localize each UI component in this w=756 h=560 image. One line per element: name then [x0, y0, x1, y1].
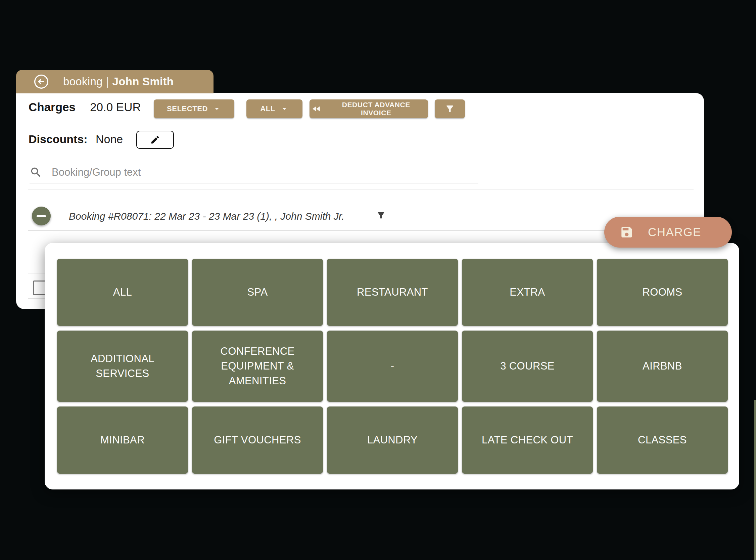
charges-title: Charges	[28, 100, 76, 114]
booking-tab[interactable]: booking|John Smith	[16, 70, 213, 93]
tab-section: booking	[63, 75, 103, 88]
category-gift-vouchers[interactable]: GIFT VOUCHERS	[192, 406, 323, 474]
category-restaurant[interactable]: RESTAURANT	[327, 259, 458, 326]
category-classes[interactable]: CLASSES	[597, 406, 728, 474]
search-underline	[29, 183, 478, 183]
search-input[interactable]	[51, 166, 260, 179]
divider	[28, 189, 694, 189]
screen: booking|John Smith Charges 20.0 EUR SELE…	[0, 0, 756, 560]
category-picker-panel: ALL SPA RESTAURANT EXTRA ROOMS ADDITIONA…	[45, 243, 739, 489]
filter-button[interactable]	[435, 99, 465, 118]
pencil-icon	[150, 135, 160, 145]
tab-guest-name: John Smith	[112, 75, 174, 88]
category-laundry[interactable]: LAUNDRY	[327, 406, 458, 474]
category-dash[interactable]: -	[327, 331, 458, 402]
charge-button-label: CHARGE	[648, 225, 701, 239]
category-additional-services[interactable]: ADDITIONAL SERVICES	[57, 331, 188, 402]
divider	[28, 230, 694, 231]
chevron-down-icon	[280, 104, 289, 113]
category-grid: ALL SPA RESTAURANT EXTRA ROOMS ADDITIONA…	[57, 259, 728, 474]
tab-separator: |	[103, 75, 112, 88]
fast-rewind-icon	[312, 104, 321, 114]
save-icon	[620, 225, 634, 239]
charges-amount: 20.0 EUR	[90, 100, 141, 114]
category-rooms[interactable]: ROOMS	[597, 259, 728, 326]
all-dropdown-label: ALL	[260, 104, 275, 113]
back-icon[interactable]	[34, 74, 49, 89]
booking-filter-icon[interactable]	[376, 211, 386, 220]
deduct-advance-invoice-button[interactable]: DEDUCT ADVANCE INVOICE	[310, 99, 428, 118]
discounts-value: None	[96, 133, 123, 146]
booking-search	[29, 166, 260, 179]
charge-button[interactable]: CHARGE	[604, 217, 732, 247]
selected-dropdown-label: SELECTED	[167, 104, 208, 113]
funnel-icon	[445, 104, 455, 114]
minus-icon	[37, 215, 46, 217]
chevron-down-icon	[212, 104, 221, 113]
tab-label: booking|John Smith	[63, 75, 173, 88]
search-icon	[29, 166, 42, 179]
category-3-course[interactable]: 3 COURSE	[462, 331, 593, 402]
collapse-booking-button[interactable]	[32, 206, 51, 225]
category-late-check-out[interactable]: LATE CHECK OUT	[462, 406, 593, 474]
category-all[interactable]: ALL	[57, 259, 188, 326]
category-conference-equipment-amenities[interactable]: CONFERENCE EQUIPMENT & AMENITIES	[192, 331, 323, 402]
booking-row-title: Booking #R08071: 22 Mar 23 - 23 Mar 23 (…	[69, 211, 344, 222]
deduct-advance-invoice-label: DEDUCT ADVANCE INVOICE	[326, 101, 426, 117]
selected-dropdown[interactable]: SELECTED	[154, 99, 234, 118]
category-spa[interactable]: SPA	[192, 259, 323, 326]
right-edge-strip	[754, 400, 756, 560]
edit-discounts-button[interactable]	[136, 131, 174, 149]
category-minibar[interactable]: MINIBAR	[57, 406, 188, 474]
discounts-title: Discounts:	[28, 133, 88, 146]
category-extra[interactable]: EXTRA	[462, 259, 593, 326]
category-airbnb[interactable]: AIRBNB	[597, 331, 728, 402]
all-dropdown[interactable]: ALL	[246, 99, 302, 118]
